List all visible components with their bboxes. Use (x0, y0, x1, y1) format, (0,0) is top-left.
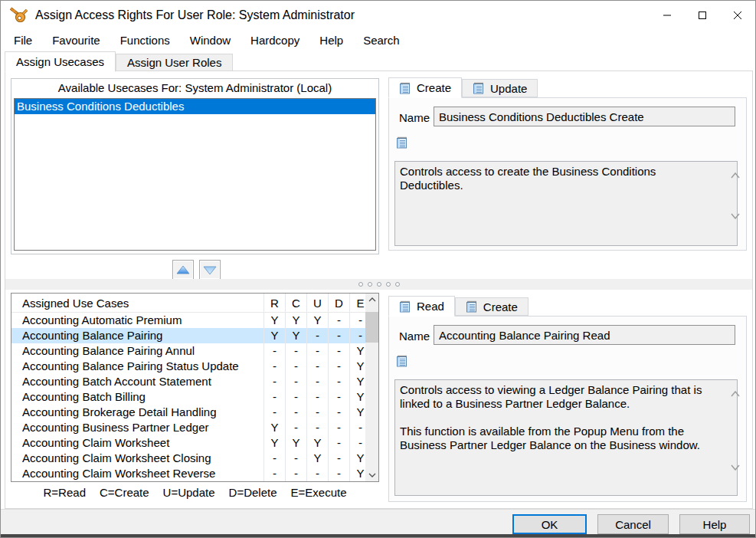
ok-button[interactable]: OK (512, 514, 587, 534)
splitter-handle[interactable] (5, 279, 752, 290)
legend-read: R=Read (44, 486, 86, 499)
scrollbar-down-button[interactable] (365, 469, 378, 481)
menu-file[interactable]: File (4, 31, 42, 50)
window-title: Assign Access Rights For User Role: Syst… (35, 8, 355, 22)
row-name: Accounting Business Partner Ledger (11, 420, 263, 435)
move-up-button[interactable] (172, 260, 194, 280)
tab-assign-user-roles[interactable]: Assign User Roles (116, 54, 233, 71)
cell-u: - (306, 374, 328, 389)
tab-update[interactable]: Update (462, 79, 538, 97)
tab-create-label: Create (417, 81, 451, 94)
usecase-description-bottom[interactable]: Controls access to viewing a Ledger Bala… (394, 379, 738, 496)
tab-create-bottom[interactable]: Create (455, 297, 529, 316)
usecase-detail-panel-bottom: Read Create Name (388, 295, 747, 502)
row-name: Accounting Automatic Premium (11, 313, 263, 328)
cell-c: - (285, 389, 306, 405)
cell-d: - (328, 405, 349, 420)
tab-assign-usecases[interactable]: Assign Usecases (5, 51, 116, 72)
cell-d: - (328, 451, 349, 466)
table-row[interactable]: Accounting Claim Worksheet Closing - - Y… (11, 451, 378, 466)
cell-d: - (328, 466, 349, 481)
minimize-button[interactable] (650, 1, 685, 29)
cancel-button[interactable]: Cancel (597, 514, 669, 534)
keys-icon (8, 7, 28, 24)
usecase-description[interactable]: Controls access to create the Business C… (394, 161, 738, 246)
chevron-up-icon (368, 297, 376, 302)
menu-help[interactable]: Help (309, 31, 353, 50)
table-row-selected[interactable]: Accounting Balance Pairing Y Y - - - (11, 328, 378, 343)
table-row[interactable]: Accounting Claim Worksheet Y Y Y - - (11, 435, 378, 451)
available-usecases-group: Available Usecases For: System Administr… (11, 78, 379, 254)
row-name: Accounting Batch Account Statement (11, 374, 263, 389)
cell-r: - (263, 405, 285, 420)
menu-window[interactable]: Window (180, 31, 241, 50)
table-scrollbar[interactable] (365, 294, 378, 481)
row-name: Accounting Claim Worksheet Closing (11, 451, 263, 466)
table-row[interactable]: Accounting Business Partner Ledger Y - -… (11, 420, 378, 435)
scrollbar-thumb[interactable] (365, 312, 378, 343)
menu-hardcopy[interactable]: Hardcopy (241, 31, 309, 50)
close-icon (733, 11, 742, 20)
notepad-icon (473, 82, 485, 94)
row-name: Accounting Balance Pairing Status Update (11, 359, 263, 374)
scroll-up-icon[interactable] (731, 391, 740, 397)
row-name: Accounting Brokerage Detail Handling (11, 405, 263, 420)
table-row[interactable]: Accounting Balance Pairing Annul - - - -… (11, 343, 378, 359)
cell-c: - (285, 466, 306, 481)
cell-u: - (306, 359, 328, 374)
cell-d: - (328, 328, 349, 343)
row-name: Accounting Balance Pairing (11, 328, 263, 343)
cell-d: - (328, 374, 349, 389)
window-bottom-edge (1, 534, 755, 537)
table-row[interactable]: Accounting Automatic Premium Y Y Y - - (11, 313, 378, 328)
cell-d: - (328, 420, 349, 435)
close-button[interactable] (720, 1, 755, 29)
scroll-up-icon[interactable] (731, 172, 740, 179)
splitter-dot (386, 282, 391, 287)
cell-r: - (263, 466, 285, 481)
cell-r: - (263, 374, 285, 389)
cell-u: Y (306, 451, 328, 466)
cell-d: - (328, 313, 349, 328)
cell-c: - (285, 359, 306, 374)
usecase-detail-panel-top: Create Update Name (388, 77, 747, 251)
menu-functions[interactable]: Functions (110, 31, 180, 50)
tab-read[interactable]: Read (388, 296, 455, 317)
table-row[interactable]: Accounting Brokerage Detail Handling - -… (11, 405, 378, 420)
notepad-icon (399, 82, 411, 94)
usecase-name-input-bottom[interactable] (434, 325, 735, 345)
table-row[interactable]: Accounting Balance Pairing Status Update… (11, 359, 378, 374)
move-down-button[interactable] (199, 260, 221, 280)
legend-create: C=Create (100, 486, 149, 499)
triangle-down-icon (203, 265, 217, 275)
tab-update-label: Update (490, 82, 527, 95)
menu-favourite[interactable]: Favourite (42, 31, 110, 50)
legend-update: U=Update (163, 486, 215, 499)
triangle-up-icon (176, 265, 190, 275)
usecase-name-input[interactable] (434, 107, 735, 126)
notepad-icon (396, 355, 408, 367)
assign-usecases-page: Available Usecases For: System Administr… (5, 71, 753, 509)
table-row[interactable]: Accounting Claim Worksheet Reverse - - -… (11, 466, 378, 481)
cell-u: - (306, 343, 328, 359)
help-button[interactable]: Help (679, 514, 750, 534)
tab-create[interactable]: Create (388, 77, 462, 98)
scroll-down-icon[interactable] (731, 213, 740, 219)
cell-r: Y (263, 420, 285, 435)
list-item[interactable]: Business Conditions Deductibles (15, 99, 375, 114)
splitter-dot (395, 282, 400, 287)
column-header-c: C (285, 294, 306, 312)
menu-search[interactable]: Search (353, 31, 410, 50)
maximize-button[interactable] (685, 1, 720, 29)
cell-u: - (306, 466, 328, 481)
cell-u: - (306, 328, 328, 343)
scrollbar-up-button[interactable] (365, 294, 378, 306)
table-row[interactable]: Accounting Batch Billing - - - - Y (11, 389, 378, 405)
row-name: Accounting Claim Worksheet Reverse (11, 466, 263, 481)
menu-bar: File Favourite Functions Window Hardcopy… (1, 29, 755, 51)
cell-r: Y (263, 435, 285, 451)
table-row[interactable]: Accounting Batch Account Statement - - -… (11, 374, 378, 389)
cell-r: Y (263, 313, 285, 328)
scroll-down-icon[interactable] (731, 464, 740, 471)
cell-r: - (263, 359, 285, 374)
